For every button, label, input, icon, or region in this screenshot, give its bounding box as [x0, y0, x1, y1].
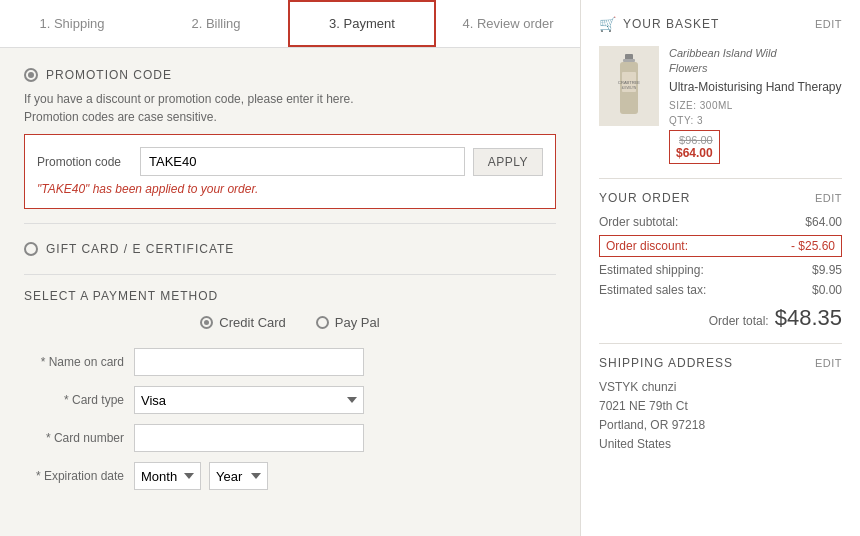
product-desc: Ultra-Moisturising Hand Therapy: [669, 79, 842, 96]
basket-title-text: YOUR BASKET: [623, 17, 719, 31]
paypal-label: Pay Pal: [335, 315, 380, 330]
year-select[interactable]: Year 202420252026 202720282029: [209, 462, 268, 490]
name-on-card-input[interactable]: [134, 348, 364, 376]
order-subtotal-value: $64.00: [805, 215, 842, 229]
card-type-row: * Card type Visa Mastercard Amex: [24, 386, 556, 414]
credit-card-radio[interactable]: [200, 316, 213, 329]
shipping-address-title: SHIPPING ADDRESS: [599, 356, 733, 370]
promo-code-label: Promotion code: [37, 155, 132, 169]
order-shipping-label: Estimated shipping:: [599, 263, 704, 277]
step-payment[interactable]: 3. Payment: [288, 0, 436, 47]
promotion-radio[interactable]: [24, 68, 38, 82]
promotion-title: PROMOTION CODE: [46, 68, 172, 82]
shipping-address-edit-link[interactable]: EDIT: [815, 357, 842, 369]
product-name: Caribbean Island Wild Flowers: [669, 46, 842, 77]
right-panel: 🛒 YOUR BASKET EDIT CRABTREE & EVELYN Car: [580, 0, 860, 536]
card-number-row: * Card number: [24, 424, 556, 452]
order-tax-label: Estimated sales tax:: [599, 283, 706, 297]
order-subtotal-label: Order subtotal:: [599, 215, 678, 229]
basket-icon: 🛒: [599, 16, 617, 32]
basket-header: 🛒 YOUR BASKET EDIT: [599, 16, 842, 32]
shipping-address-line2: 7021 NE 79th Ct: [599, 397, 842, 416]
paypal-option[interactable]: Pay Pal: [316, 315, 380, 330]
steps-navigation: 1. Shipping 2. Billing 3. Payment 4. Rev…: [0, 0, 580, 48]
payment-method-title: SELECT A PAYMENT METHOD: [24, 289, 556, 303]
order-total-label: Order total:: [709, 314, 769, 328]
step-billing[interactable]: 2. Billing: [144, 0, 288, 47]
order-title: YOUR ORDER: [599, 191, 690, 205]
month-select[interactable]: Month 010203 040506 070809 101112: [134, 462, 201, 490]
expiry-label: * Expiration date: [24, 469, 134, 483]
gift-card-section: GIFT CARD / E CERTIFICATE: [24, 242, 556, 256]
order-discount-row: Order discount: - $25.60: [599, 235, 842, 257]
credit-card-label: Credit Card: [219, 315, 285, 330]
svg-rect-1: [623, 59, 635, 62]
card-number-label: * Card number: [24, 431, 134, 445]
product-size: SIZE: 300ML: [669, 100, 842, 111]
name-on-card-row: * Name on card: [24, 348, 556, 376]
price-block: $96.00 $64.00: [669, 130, 720, 164]
order-subtotal-row: Order subtotal: $64.00: [599, 215, 842, 229]
shipping-address-line3: Portland, OR 97218: [599, 416, 842, 435]
gift-card-title: GIFT CARD / E CERTIFICATE: [46, 242, 234, 256]
shipping-address-block: VSTYK chunzi 7021 NE 79th Ct Portland, O…: [599, 378, 842, 455]
price-sale: $64.00: [676, 146, 713, 160]
promo-desc2: Promotion codes are case sensitive.: [24, 110, 556, 124]
step-shipping[interactable]: 1. Shipping: [0, 0, 144, 47]
credit-card-option[interactable]: Credit Card: [200, 315, 285, 330]
shipping-address-line4: United States: [599, 435, 842, 454]
promotion-box: Promotion code APPLY "TAKE40" has been a…: [24, 134, 556, 209]
expiry-row: * Expiration date Month 010203 040506 07…: [24, 462, 556, 490]
order-total-value: $48.35: [775, 305, 842, 331]
paypal-radio[interactable]: [316, 316, 329, 329]
shipping-address-line1: VSTYK chunzi: [599, 378, 842, 397]
gift-card-radio[interactable]: [24, 242, 38, 256]
product-qty: QTY: 3: [669, 115, 842, 126]
name-on-card-label: * Name on card: [24, 355, 134, 369]
order-header: YOUR ORDER EDIT: [599, 191, 842, 205]
svg-text:& EVELYN: & EVELYN: [622, 86, 636, 90]
order-discount-label: Order discount:: [606, 239, 688, 253]
svg-text:CRABTREE: CRABTREE: [618, 80, 640, 85]
product-row: CRABTREE & EVELYN Caribbean Island Wild …: [599, 46, 842, 164]
step-review[interactable]: 4. Review order: [436, 0, 580, 47]
price-original: $96.00: [676, 134, 713, 146]
order-total-row: Order total: $48.35: [599, 305, 842, 331]
promotion-section-header: PROMOTION CODE: [24, 68, 556, 82]
shipping-section: SHIPPING ADDRESS EDIT VSTYK chunzi 7021 …: [599, 356, 842, 455]
promo-code-input[interactable]: [140, 147, 465, 176]
order-edit-link[interactable]: EDIT: [815, 192, 842, 204]
basket-edit-link[interactable]: EDIT: [815, 18, 842, 30]
payment-options: Credit Card Pay Pal: [24, 315, 556, 330]
order-shipping-row: Estimated shipping: $9.95: [599, 263, 842, 277]
promo-success-message: "TAKE40" has been applied to your order.: [37, 182, 543, 196]
order-discount-value: - $25.60: [791, 239, 835, 253]
order-tax-row: Estimated sales tax: $0.00: [599, 283, 842, 297]
card-number-input[interactable]: [134, 424, 364, 452]
order-tax-value: $0.00: [812, 283, 842, 297]
shipping-address-header: SHIPPING ADDRESS EDIT: [599, 356, 842, 370]
order-shipping-value: $9.95: [812, 263, 842, 277]
promo-desc1: If you have a discount or promotion code…: [24, 92, 556, 106]
card-type-label: * Card type: [24, 393, 134, 407]
card-type-select[interactable]: Visa Mastercard Amex: [134, 386, 364, 414]
product-image: CRABTREE & EVELYN: [599, 46, 659, 126]
apply-button[interactable]: APPLY: [473, 148, 543, 176]
product-info: Caribbean Island Wild Flowers Ultra-Mois…: [669, 46, 842, 164]
